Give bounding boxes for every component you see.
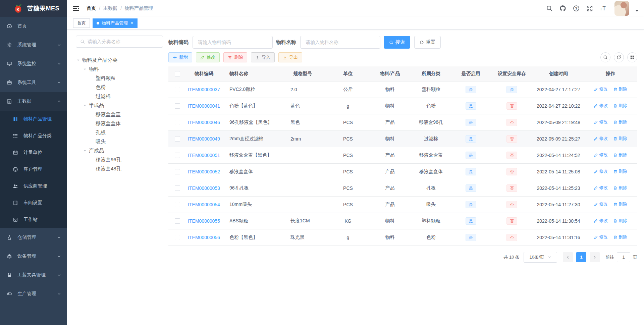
sidebar-item[interactable]: 首页: [0, 17, 67, 36]
grid-circle-button[interactable]: [627, 52, 637, 62]
tree-node[interactable]: 物料: [76, 65, 163, 74]
sidebar-item[interactable]: 系统管理: [0, 36, 67, 54]
row-delete-button[interactable]: 删除: [613, 234, 627, 240]
plus-button[interactable]: 新增: [168, 52, 192, 62]
upload-button[interactable]: 导入: [251, 52, 275, 62]
sidebar-subitem[interactable]: 客户管理: [0, 161, 67, 178]
tree-node[interactable]: 产成品: [76, 146, 163, 155]
tree-node[interactable]: 移液盒盒体: [76, 119, 163, 128]
tab-active[interactable]: 物料产品管理 ×: [93, 18, 138, 28]
row-delete-button[interactable]: 删除: [613, 168, 627, 174]
row-checkbox[interactable]: [175, 87, 180, 92]
tree-node[interactable]: 吸头: [76, 137, 163, 146]
row-checkbox[interactable]: [175, 235, 180, 240]
delete-button[interactable]: 删除: [223, 52, 247, 62]
sidebar-item[interactable]: 设备管理: [0, 247, 67, 266]
row-delete-button[interactable]: 删除: [613, 86, 627, 92]
row-edit-button[interactable]: 修改: [594, 185, 608, 191]
item-code-link[interactable]: ITEM00000056: [188, 235, 220, 240]
row-checkbox[interactable]: [175, 136, 180, 142]
row-checkbox[interactable]: [175, 120, 180, 125]
material-name-input[interactable]: [300, 36, 380, 49]
item-code-link[interactable]: ITEM00000049: [188, 136, 220, 142]
sidebar-subitem[interactable]: 计量单位: [0, 144, 67, 161]
github-icon[interactable]: [559, 4, 567, 12]
close-icon[interactable]: ×: [131, 20, 133, 25]
tree-node[interactable]: 移液盒96孔: [76, 155, 163, 164]
hamburger-fold-icon[interactable]: [73, 6, 79, 11]
row-edit-button[interactable]: 修改: [594, 103, 608, 109]
row-delete-button[interactable]: 删除: [613, 185, 627, 191]
help-icon[interactable]: ?: [572, 4, 580, 12]
font-size-icon[interactable]: TT: [599, 4, 607, 12]
item-code-link[interactable]: ITEM00000041: [188, 103, 220, 109]
breadcrumb-item[interactable]: 主数据: [103, 5, 117, 11]
app-logo[interactable]: K 苦糖果MES: [0, 0, 67, 17]
sidebar-item[interactable]: 系统监控: [0, 54, 67, 73]
row-delete-button[interactable]: 删除: [613, 119, 627, 125]
row-checkbox[interactable]: [175, 153, 180, 158]
row-checkbox[interactable]: [175, 185, 180, 191]
tree-node[interactable]: 移液盒盒盖: [76, 110, 163, 119]
breadcrumb-item[interactable]: 首页: [87, 5, 96, 11]
goto-page-input[interactable]: [617, 252, 630, 262]
page-size-select[interactable]: 10条/页: [524, 252, 557, 263]
sidebar-item[interactable]: 系统工具: [0, 73, 67, 92]
tree-search-input[interactable]: [88, 39, 159, 44]
sidebar-subitem[interactable]: 物料产品分类: [0, 127, 67, 144]
item-code-link[interactable]: ITEM00000052: [188, 169, 220, 174]
material-code-input[interactable]: [193, 36, 273, 49]
item-code-link[interactable]: ITEM00000046: [188, 120, 220, 125]
row-edit-button[interactable]: 修改: [594, 234, 608, 240]
tree-node[interactable]: 色粉: [76, 83, 163, 92]
download-button[interactable]: 导出: [278, 52, 302, 62]
sidebar-item[interactable]: 工装夹具管理: [0, 266, 67, 284]
prev-page-button[interactable]: [563, 252, 573, 262]
row-delete-button[interactable]: 删除: [613, 103, 627, 109]
row-edit-button[interactable]: 修改: [594, 119, 608, 125]
caret-down-icon[interactable]: [635, 10, 639, 12]
sidebar-subitem[interactable]: 物料产品管理: [0, 111, 67, 127]
tree-node[interactable]: 过滤棉: [76, 92, 163, 101]
row-edit-button[interactable]: 修改: [594, 218, 608, 224]
sidebar-subitem[interactable]: 车间设置: [0, 195, 67, 211]
row-delete-button[interactable]: 删除: [613, 218, 627, 224]
select-all-checkbox[interactable]: [175, 71, 180, 76]
item-code-link[interactable]: ITEM00000037: [188, 87, 220, 92]
row-checkbox[interactable]: [175, 169, 180, 174]
search-button[interactable]: 搜索: [384, 36, 410, 49]
search-circle-button[interactable]: [600, 52, 610, 62]
row-delete-button[interactable]: 删除: [613, 201, 627, 207]
item-code-link[interactable]: ITEM00000053: [188, 185, 220, 191]
tab-item[interactable]: 首页: [73, 18, 90, 28]
tree-node[interactable]: 移液盒48孔: [76, 164, 163, 173]
sidebar-item[interactable]: 主数据: [0, 92, 67, 111]
row-checkbox[interactable]: [175, 218, 180, 224]
edit-button[interactable]: 修改: [196, 52, 220, 62]
row-delete-button[interactable]: 删除: [613, 136, 627, 142]
search-icon[interactable]: [545, 4, 553, 12]
row-checkbox[interactable]: [175, 202, 180, 207]
item-code-link[interactable]: ITEM00000055: [188, 218, 220, 224]
sidebar-subitem[interactable]: 供应商管理: [0, 178, 67, 195]
row-edit-button[interactable]: 修改: [594, 152, 608, 158]
tree-node[interactable]: 物料及产品分类: [76, 56, 163, 65]
sidebar-item[interactable]: 仓储管理: [0, 228, 67, 247]
fullscreen-icon[interactable]: [586, 4, 594, 12]
row-edit-button[interactable]: 修改: [594, 168, 608, 174]
row-edit-button[interactable]: 修改: [594, 136, 608, 142]
sidebar-item[interactable]: 生产管理: [0, 284, 67, 303]
page-number-button[interactable]: 1: [576, 252, 586, 262]
tree-node[interactable]: 半成品: [76, 101, 163, 110]
row-edit-button[interactable]: 修改: [594, 201, 608, 207]
next-page-button[interactable]: [590, 252, 600, 262]
sidebar-subitem[interactable]: 工作站: [0, 211, 67, 228]
row-delete-button[interactable]: 删除: [613, 152, 627, 158]
item-code-link[interactable]: ITEM00000051: [188, 153, 220, 158]
breadcrumb-item[interactable]: 物料产品管理: [125, 5, 153, 11]
refresh-circle-button[interactable]: [614, 52, 624, 62]
tree-node[interactable]: 塑料颗粒: [76, 74, 163, 83]
item-code-link[interactable]: ITEM00000054: [188, 202, 220, 207]
row-checkbox[interactable]: [175, 103, 180, 109]
user-avatar[interactable]: [614, 1, 629, 16]
